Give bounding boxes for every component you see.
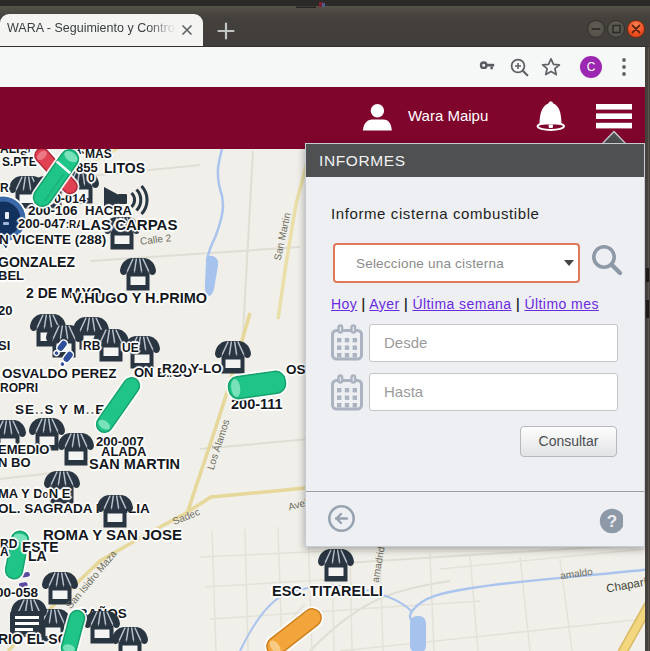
- svg-text:?: ?: [607, 512, 617, 531]
